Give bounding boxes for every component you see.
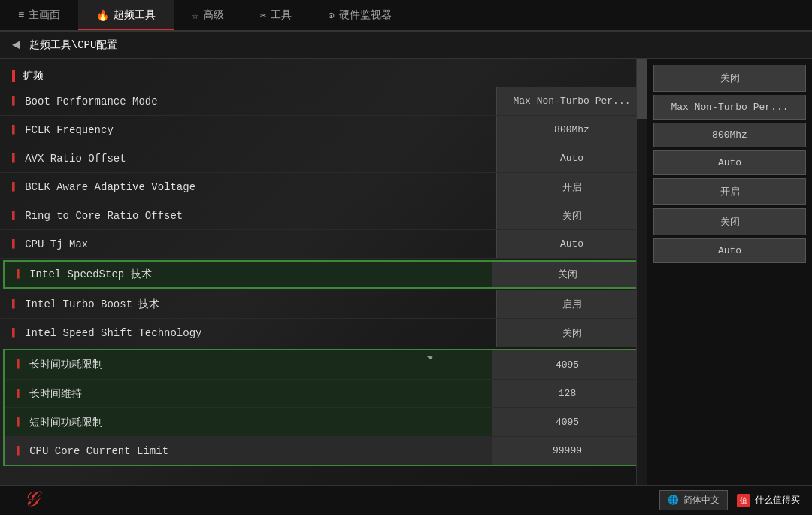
setting-short-power[interactable]: ▌ 短时间功耗限制 4095 bbox=[5, 407, 642, 436]
nav-home[interactable]: ≡ 主画面 bbox=[0, 0, 78, 30]
setting-value-12: 99999 bbox=[492, 437, 642, 465]
settings-panel: 扩频 ▌ Boot Performance Mode Max Non-Turbo… bbox=[0, 59, 647, 515]
setting-avx[interactable]: ▌ AVX Ratio Offset Auto bbox=[0, 144, 647, 173]
brand-logo: 𝒢 bbox=[23, 487, 38, 512]
nav-oc-label: 超频工具 bbox=[114, 8, 156, 22]
right-btn-2[interactable]: 800Mhz bbox=[653, 123, 806, 147]
bottom-bar: 𝒢 🌐 简体中文 值 什么值得买 bbox=[0, 485, 812, 515]
setting-cpu-tj-max[interactable]: ▌ CPU Tj Max Auto bbox=[0, 230, 647, 259]
nav-tools-label: 工具 bbox=[271, 8, 292, 22]
bullet-4: ▌ bbox=[12, 211, 17, 221]
setting-ring-to-core[interactable]: ▌ Ring to Core Ratio Offset 关闭 bbox=[0, 201, 647, 230]
setting-value-10: 128 bbox=[492, 380, 642, 407]
setting-value-3: 开启 bbox=[496, 173, 647, 201]
nav-monitor[interactable]: ⊙ 硬件监视器 bbox=[310, 0, 409, 30]
bullet-3: ▌ bbox=[12, 182, 17, 192]
bullet-11: ▌ bbox=[17, 417, 22, 428]
nav-advanced-label: 高级 bbox=[203, 8, 224, 22]
section-header: 扩频 bbox=[0, 65, 647, 87]
setting-fclk[interactable]: ▌ FCLK Frequency 800Mhz bbox=[0, 116, 647, 144]
scrollbar[interactable] bbox=[636, 59, 647, 515]
setting-turbo-boost[interactable]: ▌ Intel Turbo Boost 技术 启用 bbox=[0, 290, 647, 319]
right-btn-5[interactable]: 关闭 bbox=[653, 208, 806, 235]
setting-boot-performance[interactable]: ▌ Boot Performance Mode Max Non-Turbo Pe… bbox=[0, 87, 647, 116]
nav-oc[interactable]: 🔥 超频工具 bbox=[78, 0, 174, 30]
bullet-7: ▌ bbox=[12, 299, 17, 310]
scrollbar-thumb[interactable] bbox=[637, 59, 647, 119]
bullet-9: ▌ bbox=[17, 359, 22, 370]
nav-home-label: 主画面 bbox=[29, 8, 60, 22]
setting-name-1: FCLK Frequency bbox=[25, 124, 496, 136]
setting-value-4: 关闭 bbox=[496, 201, 647, 229]
setting-value-7: 启用 bbox=[496, 290, 647, 318]
setting-value-11: 4095 bbox=[492, 408, 642, 436]
right-btn-6[interactable]: Auto bbox=[653, 238, 806, 263]
setting-speedstep[interactable]: ▌ Intel SpeedStep 技术 关闭 bbox=[3, 260, 644, 289]
breadcrumb: 超频工具\CPU配置 bbox=[29, 38, 118, 52]
setting-name-9: 长时间功耗限制 bbox=[29, 358, 492, 371]
setting-name-5: CPU Tj Max bbox=[25, 238, 496, 250]
setting-value-5: Auto bbox=[496, 230, 647, 258]
tools-icon: ✂ bbox=[260, 9, 266, 22]
home-icon: ≡ bbox=[18, 9, 24, 21]
right-btn-4[interactable]: 开启 bbox=[653, 178, 806, 205]
setting-long-power[interactable]: ▌ 长时间功耗限制 4095 bbox=[5, 350, 642, 379]
bullet-8: ▌ bbox=[12, 328, 17, 338]
right-btn-0[interactable]: 关闭 bbox=[653, 65, 806, 92]
bullet-12: ▌ bbox=[17, 446, 22, 456]
setting-value-0: Max Non-Turbo Per... bbox=[496, 87, 647, 115]
bullet-5: ▌ bbox=[12, 239, 17, 250]
setting-name-12: CPU Core Current Limit bbox=[29, 445, 492, 457]
setting-cpu-current[interactable]: ▌ CPU Core Current Limit 99999 bbox=[5, 436, 642, 465]
power-group-box: ▌ 长时间功耗限制 4095 ▌ 长时间维持 128 ▌ 短时间功耗限制 409… bbox=[3, 349, 644, 466]
nav-advanced[interactable]: ☆ 高级 bbox=[174, 0, 241, 30]
setting-bclk[interactable]: ▌ BCLK Aware Adaptive Voltage 开启 bbox=[0, 173, 647, 201]
setting-name-11: 短时间功耗限制 bbox=[29, 416, 492, 429]
bullet-2: ▌ bbox=[12, 153, 17, 164]
language-button[interactable]: 🌐 简体中文 bbox=[659, 490, 728, 510]
watermark-badge: 值 bbox=[737, 494, 750, 507]
back-button[interactable]: ◄ bbox=[12, 38, 20, 53]
bullet-1: ▌ bbox=[12, 125, 17, 135]
section-label: 扩频 bbox=[23, 69, 44, 83]
setting-value-9: 4095 bbox=[492, 350, 642, 379]
setting-name-4: Ring to Core Ratio Offset bbox=[25, 210, 496, 222]
setting-value-6: 关闭 bbox=[492, 262, 642, 287]
watermark: 值 什么值得买 bbox=[737, 494, 800, 507]
oc-icon: 🔥 bbox=[96, 9, 109, 22]
nav-monitor-label: 硬件监视器 bbox=[339, 8, 392, 22]
lang-icon: 🌐 bbox=[668, 495, 679, 506]
watermark-text: 什么值得买 bbox=[755, 494, 800, 507]
main-content: 扩频 ▌ Boot Performance Mode Max Non-Turbo… bbox=[0, 59, 812, 515]
bullet-10: ▌ bbox=[17, 389, 22, 399]
title-bar: ◄ 超频工具\CPU配置 bbox=[0, 32, 812, 59]
setting-name-10: 长时间维持 bbox=[29, 387, 492, 401]
top-navigation: ≡ 主画面 🔥 超频工具 ☆ 高级 ✂ 工具 ⊙ 硬件监视器 bbox=[0, 0, 812, 32]
right-btn-1[interactable]: Max Non-Turbo Per... bbox=[653, 95, 806, 120]
setting-long-sustain[interactable]: ▌ 长时间维持 128 bbox=[5, 379, 642, 407]
right-btn-3[interactable]: Auto bbox=[653, 150, 806, 175]
bottom-logo: 𝒢 bbox=[15, 488, 45, 510]
setting-speed-shift[interactable]: ▌ Intel Speed Shift Technology 关闭 bbox=[0, 319, 647, 347]
settings-list: ▌ Boot Performance Mode Max Non-Turbo Pe… bbox=[0, 87, 647, 466]
lang-label: 简体中文 bbox=[683, 494, 720, 507]
monitor-icon: ⊙ bbox=[328, 9, 334, 22]
bullet-0: ▌ bbox=[12, 96, 17, 107]
setting-value-8: 关闭 bbox=[496, 319, 647, 347]
setting-name-6: Intel SpeedStep 技术 bbox=[29, 268, 492, 281]
nav-tools[interactable]: ✂ 工具 bbox=[242, 0, 310, 30]
bullet-6: ▌ bbox=[17, 269, 22, 280]
setting-value-1: 800Mhz bbox=[496, 116, 647, 144]
setting-name-3: BCLK Aware Adaptive Voltage bbox=[25, 181, 496, 193]
setting-name-2: AVX Ratio Offset bbox=[25, 153, 496, 165]
setting-name-0: Boot Performance Mode bbox=[25, 95, 496, 108]
right-panel: 关闭 Max Non-Turbo Per... 800Mhz Auto 开启 关… bbox=[647, 59, 812, 515]
setting-value-2: Auto bbox=[496, 144, 647, 172]
advanced-icon: ☆ bbox=[192, 9, 198, 22]
setting-name-7: Intel Turbo Boost 技术 bbox=[25, 298, 496, 311]
setting-name-8: Intel Speed Shift Technology bbox=[25, 327, 496, 339]
